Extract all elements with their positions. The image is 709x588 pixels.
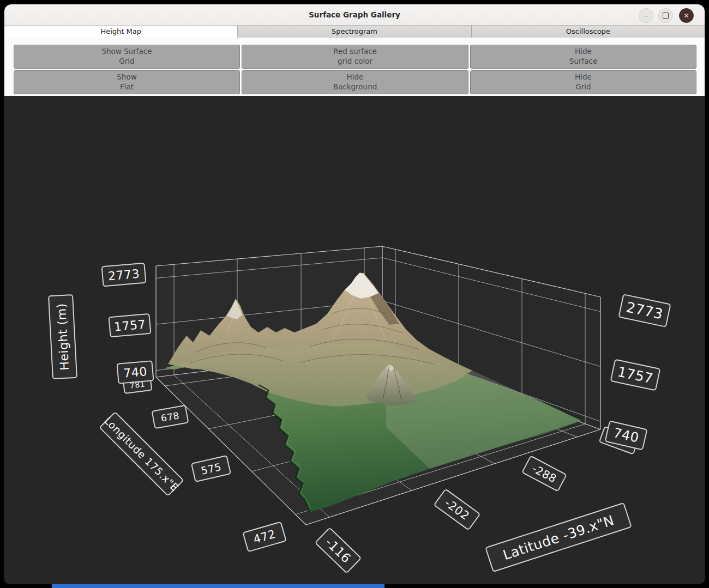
hide-background-button[interactable]: Hide Background	[242, 70, 468, 94]
tab-bar: Height Map Spectrogram Oscilloscope	[4, 25, 705, 38]
minimize-button[interactable]: –	[639, 8, 653, 23]
toggle-surface-grid-button[interactable]: Show Surface Grid	[14, 45, 240, 69]
button-label: Hide	[575, 72, 592, 82]
control-panel: Show Surface Grid Red surface grid color…	[4, 38, 705, 96]
maximize-button[interactable]	[658, 8, 673, 23]
height-tick-left-740: 740	[116, 360, 154, 384]
button-label: Hide	[347, 72, 364, 82]
button-label: Surface	[569, 57, 597, 66]
grid-color-button[interactable]: Red surface grid color	[242, 45, 468, 69]
button-label: Background	[333, 82, 377, 92]
window-title: Surface Graph Gallery	[4, 4, 705, 25]
minimize-icon: –	[644, 11, 648, 20]
surface-chart-viewport[interactable]: Height (m) 2773 1757 740 781 Longitude 1…	[4, 96, 705, 584]
button-label: Hide	[575, 47, 592, 57]
button-label: Grid	[119, 57, 134, 66]
button-label: Flat	[120, 82, 134, 92]
tab-height-map[interactable]: Height Map	[4, 25, 238, 38]
close-icon: ✕	[683, 12, 689, 20]
hide-surface-button[interactable]: Hide Surface	[470, 45, 696, 69]
height-tick-left-1757: 1757	[108, 313, 151, 337]
tab-oscilloscope[interactable]: Oscilloscope	[472, 25, 705, 38]
hide-grid-button[interactable]: Hide Grid	[470, 70, 696, 94]
height-axis-title: Height (m)	[48, 294, 77, 379]
button-label: Red surface	[333, 47, 377, 57]
show-flat-button[interactable]: Show Flat	[14, 70, 240, 94]
tab-spectrogram[interactable]: Spectrogram	[238, 25, 471, 38]
button-label: Show Surface	[101, 47, 152, 57]
button-label: grid color	[338, 57, 372, 66]
maximize-icon	[663, 13, 669, 19]
background-accent-strip	[52, 584, 384, 588]
app-window: Surface Graph Gallery – ✕ Height Map Spe…	[4, 4, 705, 584]
height-tick-left-2773: 2773	[101, 263, 146, 287]
close-button[interactable]: ✕	[679, 8, 694, 23]
titlebar[interactable]: Surface Graph Gallery – ✕	[4, 4, 705, 26]
button-label: Grid	[575, 82, 591, 92]
button-label: Show	[117, 72, 136, 82]
